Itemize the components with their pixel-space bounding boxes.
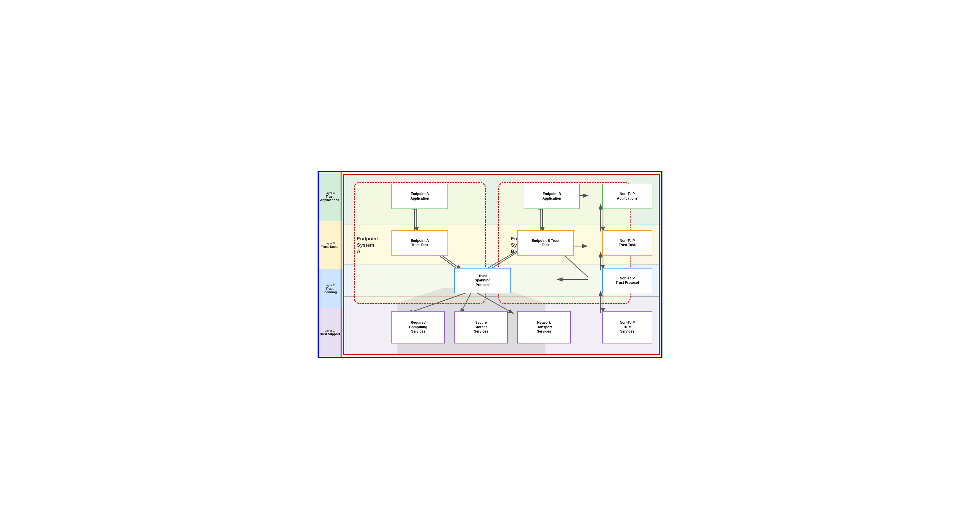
non-toip-trust-task-box: Non-ToIPTrust Task: [602, 230, 652, 255]
layer-2-name: Trust Spanning: [319, 287, 340, 294]
endpoint-a-trust-task-box: Endpoint ATrust Task: [391, 230, 448, 255]
red-border: EndpointSystemA EndpointSystemB Endpoint…: [343, 174, 660, 355]
layer-2-num: Layer 2: [325, 284, 334, 287]
layer-4-num: Layer 4: [325, 192, 334, 195]
layer-4-label: Layer 4 Trust Applications: [319, 172, 342, 221]
layer-4-name: Trust Applications: [319, 195, 340, 202]
layer-3-name: Trust Tasks: [321, 245, 338, 248]
layer-1-label: Layer 1 Trust Support: [319, 308, 342, 357]
layer-3-num: Layer 3: [325, 242, 334, 245]
trust-spanning-protocol-box: TrustSpanningProtocol: [454, 268, 511, 293]
non-toip-applications-box: Non-ToIPApplications: [602, 184, 652, 209]
layer-3-label: Layer 3 Trust Tasks: [319, 221, 342, 269]
required-computing-services-box: RequiredComputingServices: [391, 311, 445, 343]
non-toip-trust-protocol-box: Non-ToIPTrust Protocol: [602, 268, 652, 293]
endpoint-a-application-box: Endpoint AApplication: [391, 184, 448, 209]
layer-labels: Layer 4 Trust Applications Layer 3 Trust…: [319, 172, 342, 357]
endpoint-b-application-box: Endpoint BApplication: [523, 184, 580, 209]
network-transport-services-box: NetworkTransportServices: [517, 311, 571, 343]
layer-2-label: Layer 2 Trust Spanning: [319, 269, 342, 308]
main-diagram: Layer 4 Trust Applications Layer 3 Trust…: [318, 171, 662, 358]
endpoint-system-a-label: EndpointSystemA: [357, 236, 378, 255]
non-toip-trust-services-box: Non-ToIPTrustServices: [602, 311, 652, 343]
diagram-content: EndpointSystemA EndpointSystemB Endpoint…: [342, 172, 661, 357]
layer-1-num: Layer 1: [325, 329, 334, 332]
endpoint-b-trust-task-box: Endpoint B TrustTask: [517, 230, 574, 255]
layer-1-name: Trust Support: [319, 332, 340, 336]
secure-storage-services-box: SecureStorageServices: [454, 311, 508, 343]
